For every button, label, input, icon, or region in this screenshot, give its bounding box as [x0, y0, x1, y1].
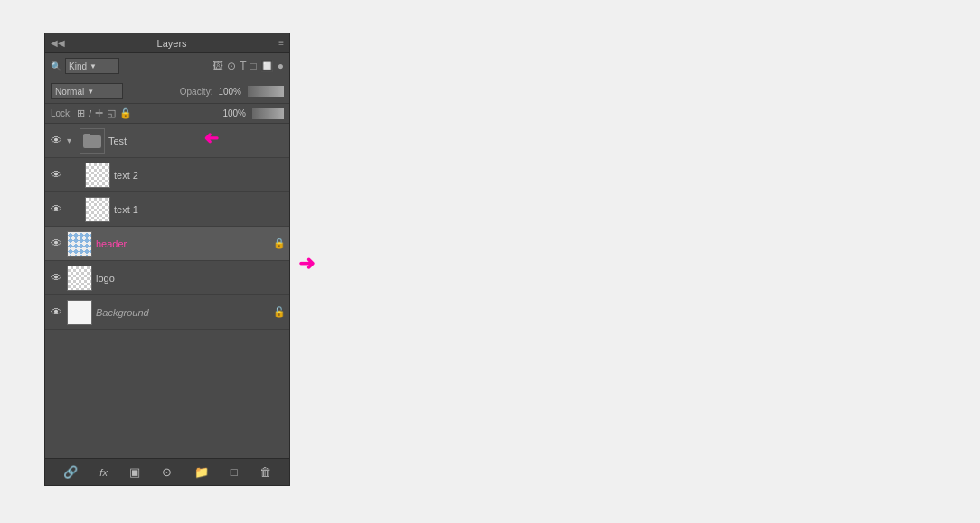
layer-item[interactable]: 👁 Background 🔓: [45, 295, 289, 330]
menu-icon[interactable]: ≡: [278, 38, 284, 48]
logo-thumb: [68, 266, 91, 290]
blend-chevron-icon: ▼: [87, 88, 94, 96]
panel-title: Layers: [157, 38, 187, 49]
lock-artboard-icon[interactable]: ◱: [107, 107, 116, 119]
chevron-down-icon: ▼: [90, 62, 97, 70]
adjustment-icon[interactable]: ⊙: [162, 465, 172, 479]
delete-icon[interactable]: 🗑: [259, 465, 271, 479]
lock-row-arrow: ➜: [203, 128, 219, 150]
filter-image-icon[interactable]: 🖼: [212, 60, 223, 72]
layer-thumbnail: [80, 128, 105, 154]
fx-icon[interactable]: fx: [99, 467, 108, 478]
lock-position-icon[interactable]: ✛: [95, 107, 103, 119]
layer-thumbnail: [85, 163, 110, 188]
lock-icons: ⊞ / ✛ ◱ 🔒: [77, 107, 132, 119]
panel-titlebar: ◀◀ Layers ≡: [45, 33, 289, 53]
filter-adjustment-icon[interactable]: ⊙: [227, 60, 236, 72]
lock-row: Lock: ⊞ / ✛ ◱ 🔒 100%: [45, 104, 289, 124]
layer-name: text 1: [114, 204, 286, 215]
visibility-icon[interactable]: 👁: [49, 271, 63, 285]
kind-label: Kind: [69, 61, 87, 71]
filter-shape-icon[interactable]: □: [250, 60, 257, 72]
blend-row: Normal ▼ Opacity: 100%: [45, 79, 289, 104]
layer-item[interactable]: 👁 text 2: [45, 158, 289, 192]
layer-thumbnail: [67, 300, 92, 325]
lock-label: Lock:: [51, 108, 72, 118]
visibility-icon[interactable]: 👁: [49, 168, 63, 182]
layer-name: logo: [96, 273, 286, 284]
lock-image-icon[interactable]: /: [89, 108, 91, 119]
layer-item[interactable]: 👁 ▾ Test: [45, 124, 289, 158]
layer-thumbnail: [67, 266, 92, 291]
layer-lock-icon: 🔒: [273, 238, 286, 249]
layers-panel: ◀◀ Layers ≡ 🔍 Kind ▼ 🖼 ⊙ T □ 🔲 ● Normal: [44, 33, 290, 486]
header-thumb: [68, 232, 91, 256]
checker-thumb: [86, 163, 109, 187]
opacity-label: Opacity:: [180, 87, 213, 97]
fill-value: 100%: [222, 108, 246, 118]
layer-thumbnail: [67, 231, 92, 257]
link-icon[interactable]: 🔗: [63, 465, 78, 479]
layer-name: Test: [108, 135, 286, 146]
opacity-value: 100%: [218, 87, 241, 97]
filter-text-icon[interactable]: T: [240, 60, 246, 72]
folder-thumb: [80, 129, 104, 153]
new-fill-icon[interactable]: ▣: [129, 465, 140, 479]
kind-dropdown[interactable]: Kind ▼: [65, 58, 119, 74]
layer-item[interactable]: 👁 logo: [45, 261, 289, 295]
fill-slider[interactable]: [252, 108, 284, 119]
filter-row: 🔍 Kind ▼ 🖼 ⊙ T □ 🔲 ●: [45, 53, 289, 79]
panel-bottom: 🔗 fx ▣ ⊙ 📁 □ 🗑: [45, 458, 289, 485]
filter-toggle-icon[interactable]: ●: [278, 60, 284, 72]
header-layer-arrow: ➜: [298, 252, 315, 276]
lock-transparent-icon[interactable]: ⊞: [77, 107, 85, 119]
new-group-icon[interactable]: 📁: [194, 465, 209, 479]
visibility-icon[interactable]: 👁: [49, 237, 63, 250]
layer-lock-icon: 🔓: [273, 306, 286, 318]
filter-icons: 🖼 ⊙ T □ 🔲 ●: [212, 60, 284, 72]
search-icon: 🔍: [51, 61, 61, 71]
checker-thumb: [86, 198, 109, 221]
filter-smart-icon[interactable]: 🔲: [260, 60, 274, 72]
blend-mode-value: Normal: [55, 87, 84, 97]
blend-mode-dropdown[interactable]: Normal ▼: [51, 83, 123, 99]
layer-item[interactable]: 👁 text 1: [45, 192, 289, 227]
layer-thumbnail: [85, 197, 110, 222]
collapse-icon[interactable]: ◀◀: [51, 38, 65, 48]
lock-all-icon[interactable]: 🔒: [119, 107, 132, 119]
visibility-icon[interactable]: 👁: [49, 134, 63, 147]
layer-name: header: [96, 238, 269, 249]
layers-list: 👁 ▾ Test 👁 text 2: [45, 124, 289, 458]
layer-name: text 2: [114, 170, 286, 181]
panel-body: 🔍 Kind ▼ 🖼 ⊙ T □ 🔲 ● Normal ▼ Opacity: 1…: [45, 53, 289, 485]
new-layer-icon[interactable]: □: [231, 465, 238, 479]
white-thumb: [68, 301, 91, 324]
layer-item[interactable]: 👁 header 🔒: [45, 227, 289, 261]
visibility-icon[interactable]: 👁: [49, 202, 63, 216]
layer-name: Background: [96, 307, 269, 318]
expand-arrow-icon[interactable]: ▾: [67, 135, 76, 145]
visibility-icon[interactable]: 👁: [49, 305, 63, 319]
opacity-slider[interactable]: [248, 86, 284, 97]
